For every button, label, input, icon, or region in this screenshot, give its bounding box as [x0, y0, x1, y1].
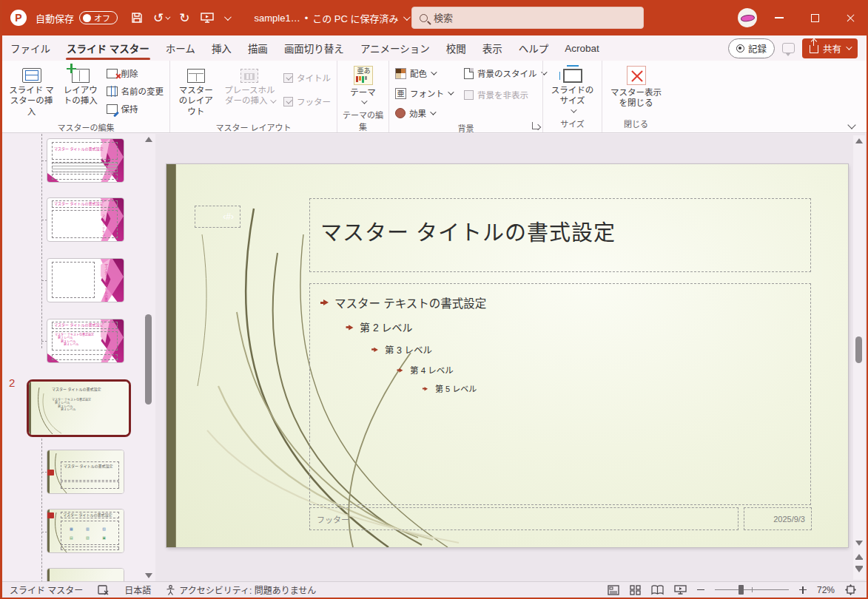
slideshow-view-button[interactable] [674, 584, 687, 595]
autosave-control[interactable]: 自動保存 オフ [36, 11, 118, 25]
tab-animations[interactable]: アニメーション [352, 35, 438, 61]
scroll-down-icon[interactable] [855, 541, 863, 546]
share-button[interactable]: 共有 [802, 38, 858, 58]
zoom-slider-thumb[interactable] [739, 585, 744, 595]
title-checkbox[interactable]: タイトル [280, 70, 334, 85]
search-bar[interactable] [411, 7, 644, 29]
next-slide-icon[interactable] [855, 567, 863, 572]
fonts-label: フォント [410, 87, 444, 99]
accessibility-status[interactable]: アクセシビリティ: 問題ありません [158, 583, 323, 596]
scroll-up-icon[interactable] [855, 138, 863, 143]
panel-scrollbar[interactable] [143, 134, 154, 581]
close-button[interactable] [832, 0, 868, 35]
layout-thumbnail-pink-2[interactable]: マスター タイトルの書式設定 マスター テキスト [47, 197, 124, 242]
layout-thumbnail-green-3[interactable] [47, 568, 124, 581]
user-avatar[interactable] [738, 8, 757, 27]
chevron-down-icon [403, 13, 410, 21]
layout-thumbnail-green-2[interactable]: マスター タイトルの書式設定 ▦ ▥ ▨ ▤ ▧ ▣ [47, 509, 124, 553]
footer-placeholder[interactable]: フッター [309, 507, 739, 530]
minus-icon [697, 589, 704, 591]
zoom-slider[interactable] [715, 589, 789, 590]
layout-thumbnail-green-1[interactable]: マスター タイトルの書式設定 [47, 450, 124, 494]
date-placeholder[interactable]: 2025/9/3 [744, 507, 812, 530]
slide-number-placeholder[interactable]: ‹#› [195, 206, 240, 228]
layout-thumbnail-pink-4[interactable]: マスター タイトルの書式設定 マスター テキストの書式設定 第 2 レベル 第 … [47, 319, 124, 363]
main-scrollbar-thumb[interactable] [855, 336, 862, 363]
maximize-button[interactable] [797, 0, 832, 35]
master-thumbnail-selected[interactable]: マスター タイトルの書式設定 マスター テキストの書式設定 第 2 レベル 第 … [27, 379, 131, 437]
tab-draw[interactable]: 描画 [240, 35, 276, 61]
comments-icon[interactable] [782, 43, 795, 53]
undo-button[interactable]: ↺ [153, 10, 169, 26]
language-button[interactable]: 日本語 [117, 583, 158, 596]
themes-button[interactable]: 亜あ テーマ [342, 63, 385, 107]
zoom-level-label[interactable]: 72% [817, 585, 835, 595]
tab-slide-master[interactable]: スライド マスター [58, 35, 158, 61]
customize-qat-button[interactable] [224, 16, 229, 21]
tab-insert[interactable]: 挿入 [203, 35, 240, 61]
title-placeholder[interactable]: マスター タイトルの書式設定 [309, 198, 811, 272]
tab-transitions[interactable]: 画面切り替え [276, 35, 352, 61]
tab-acrobat[interactable]: Acrobat [556, 38, 608, 59]
minimize-button[interactable] [761, 0, 797, 35]
save-button[interactable] [131, 12, 143, 24]
toggle-knob-icon [83, 14, 91, 22]
background-dialog-launcher[interactable] [532, 122, 539, 129]
insert-layout-button[interactable]: レイアウトの挿入 [58, 63, 103, 109]
scroll-up-icon[interactable] [145, 137, 152, 142]
spellcheck-button[interactable] [90, 585, 117, 595]
slide-master-editor[interactable]: ‹#› マスター タイトルの書式設定 マスター テキストの書式設定 第 2 レベ… [166, 164, 848, 547]
powerpoint-window: P 自動保存 オフ ↺ ↻ sample1… • この PC に保存済み [0, 0, 868, 599]
tab-review[interactable]: 校閲 [438, 35, 474, 61]
normal-view-button[interactable] [608, 585, 619, 595]
arrow-bullet-icon [397, 368, 403, 372]
slide-number-label: 2 [9, 376, 15, 389]
main-scrollbar[interactable] [853, 135, 865, 580]
tab-home[interactable]: ホーム [158, 35, 203, 61]
redo-button[interactable]: ↻ [179, 10, 189, 26]
zoom-in-button[interactable] [799, 586, 807, 594]
autosave-toggle[interactable]: オフ [79, 11, 118, 24]
fit-to-window-button[interactable] [845, 584, 856, 595]
search-input[interactable] [434, 13, 619, 24]
insert-placeholder-button[interactable]: プレースホルダーの挿入 [219, 63, 280, 109]
reading-view-button[interactable] [651, 585, 664, 595]
collapse-ribbon-button[interactable] [847, 121, 855, 129]
zoom-out-button[interactable] [697, 589, 704, 591]
title-bar: P 自動保存 オフ ↺ ↻ sample1… • この PC に保存済み [0, 0, 868, 35]
slide-sorter-view-button[interactable] [630, 585, 641, 595]
background-styles-button[interactable]: 背景のスタイル [461, 66, 548, 81]
thumb-title-text: マスター タイトルの書式設定 [104, 263, 108, 302]
tab-help[interactable]: ヘルプ [511, 35, 557, 61]
rename-button[interactable]: 名前の変更 [104, 84, 167, 98]
title-checkbox-label: タイトル [297, 72, 331, 84]
master-layout-button[interactable]: マスターのレイアウト [173, 63, 219, 120]
powerpoint-app-icon[interactable]: P [10, 10, 27, 26]
delete-button[interactable]: 削除 [104, 66, 167, 81]
chevron-down-icon [223, 13, 231, 21]
footer-checkbox-label: フッター [297, 95, 331, 107]
effects-button[interactable]: 効果 [392, 106, 455, 121]
preserve-button[interactable]: 保持 [104, 101, 167, 116]
scroll-down-icon[interactable] [145, 573, 152, 578]
slide-size-button[interactable]: スライドのサイズ [547, 63, 599, 116]
colors-button[interactable]: 配色 [392, 66, 455, 81]
preserve-icon [107, 104, 118, 114]
footer-checkbox[interactable]: フッター [280, 94, 334, 109]
body-placeholder[interactable]: マスター テキストの書式設定 第 2 レベル 第 3 レベル 第 4 レベル 第… [309, 283, 811, 505]
close-master-view-button[interactable]: マスター表示を閉じる [605, 63, 667, 112]
layout-thumbnail-pink-3[interactable]: マスター タイトルの書式設定 [47, 258, 124, 302]
insert-slide-master-button[interactable]: スライド マスターの挿入 [5, 63, 58, 120]
panel-scrollbar-thumb[interactable] [145, 314, 152, 405]
start-slideshow-button[interactable] [201, 12, 214, 24]
redo-icon: ↻ [179, 10, 189, 26]
fonts-button[interactable]: 亜フォント [392, 86, 455, 101]
document-title[interactable]: sample1… • この PC に保存済み [255, 11, 408, 25]
record-button[interactable]: 記録 [728, 38, 775, 58]
group-label-master-edit: マスターの編集 [5, 120, 166, 135]
hide-background-checkbox[interactable]: 背景を非表示 [461, 87, 548, 102]
layout-thumbnail-pink-1[interactable]: マスター タイトルの書式設定 [47, 138, 124, 183]
tab-file[interactable]: ファイル [2, 35, 58, 61]
footer-text: フッター [317, 513, 349, 525]
tab-view[interactable]: 表示 [474, 35, 511, 61]
